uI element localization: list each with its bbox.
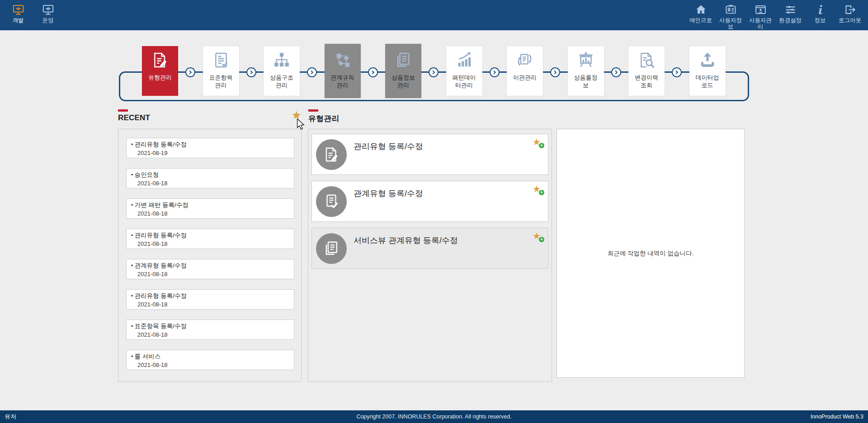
info-icon (814, 4, 826, 16)
recent-item[interactable]: 표준항목 등록/수정2021-08-18 (126, 320, 294, 340)
doc-edit-icon (323, 146, 340, 163)
type-mgmt-title-text: 유형관리 (308, 114, 340, 123)
card-title: 관계유형 등록/수정 (354, 188, 423, 199)
nav-label: 개발 (13, 17, 24, 24)
header-left-nav: 개발운영 (6, 4, 60, 24)
recent-item-title: 표준항목 등록/수정 (131, 322, 289, 331)
recent-item-title: 관리유형 등록/수정 (131, 140, 289, 149)
workflow-step-migration-mgmt[interactable]: 이관관리 (507, 46, 543, 96)
step-label: 패턴데이 터관리 (453, 74, 476, 89)
step-arrow-icon (246, 67, 256, 77)
workflow-step-product-structure-mgmt[interactable]: 상품구조 관리 (264, 46, 300, 96)
workflow-step-standard-item-mgmt[interactable]: 표준항목 관리 (203, 46, 239, 96)
recent-work-panel: 최근에 작업한 내역이 없습니다. (557, 129, 745, 378)
footer-bar: 유저 Copyright 2007. INNORULES Corporation… (0, 410, 868, 423)
nav-logout[interactable]: 로그아웃 (838, 4, 862, 30)
nav-home[interactable]: 메인으로 (689, 4, 712, 30)
step-arrow-icon (490, 67, 500, 77)
recent-item-title: 관계유형 등록/수정 (131, 261, 289, 270)
nav-label: 로그아웃 (839, 17, 861, 24)
recent-item[interactable]: 룰 서비스2021-08-18 (126, 350, 294, 370)
nav-settings[interactable]: 환경설정 (778, 4, 802, 30)
nav-label: 사용자관 리 (749, 17, 772, 30)
nav-info[interactable]: 정보 (808, 4, 832, 30)
nav-label: 메인으로 (689, 17, 712, 24)
step-label: 이관관리 (513, 74, 537, 82)
recent-item[interactable]: 가변 패턴 등록/수정2021-08-18 (126, 198, 294, 219)
recent-item-title: 관리유형 등록/수정 (131, 231, 289, 240)
card-icon-circle (316, 139, 347, 170)
recent-item[interactable]: 관리유형 등록/수정2021-08-19 (126, 138, 294, 158)
recent-panel: 관리유형 등록/수정2021-08-19승인요청2021-08-18가변 패턴 … (118, 129, 302, 382)
step-label: 유형관리 (148, 74, 172, 82)
recent-item[interactable]: 관리유형 등록/수정2021-08-18 (126, 289, 294, 310)
recent-section-title: RECENT (118, 109, 150, 122)
type-mgmt-section-title: 유형관리 (308, 109, 340, 124)
recent-item[interactable]: 승인요청2021-08-18 (126, 168, 294, 188)
recent-item-title: 관리유형 등록/수정 (131, 291, 289, 301)
home-icon (695, 4, 707, 16)
monitor-icon (42, 4, 54, 16)
id-card-icon (725, 4, 737, 16)
card-title: 서비스뷰 관계유형 등록/수정 (354, 235, 458, 246)
doc-search-icon (637, 46, 656, 74)
card-title: 관리유형 등록/수정 (354, 141, 423, 152)
recent-item-title: 가변 패턴 등록/수정 (131, 201, 289, 210)
step-label: 표준항목 관리 (209, 74, 233, 89)
transfer-icon (516, 46, 534, 74)
add-favorite-icon[interactable]: ★+ (533, 137, 543, 148)
recent-item-date: 2021-08-18 (131, 240, 289, 248)
recent-item-title: 승인요청 (131, 170, 289, 179)
workflow-step-product-info-mgmt[interactable]: 상품정보 관리 (385, 44, 421, 98)
menu-panel: 관리유형 등록/수정★+관계유형 등록/수정★+서비스뷰 관계유형 등록/수정★… (308, 129, 552, 382)
recent-title-text: RECENT (118, 113, 150, 122)
card-serviceview-relation-type-edit[interactable]: 서비스뷰 관계유형 등록/수정★+ (311, 228, 548, 269)
workflow-step-pattern-data-mgmt[interactable]: 패턴데이 터관리 (446, 46, 482, 96)
step-arrow-icon (611, 67, 621, 77)
workflow-step-relation-rule-mgmt[interactable]: 관계규칙 관리 (325, 44, 361, 98)
nav-label: 환경설정 (779, 17, 802, 24)
step-label: 변경이력 조회 (635, 74, 658, 89)
nav-dev[interactable]: 개발 (6, 4, 30, 24)
workflow-step-data-upload[interactable]: 데이터업 로드 (689, 46, 726, 96)
recent-item-date: 2021-08-18 (131, 361, 289, 369)
doc-stack-icon (394, 46, 412, 74)
workflow-step-product-rule-info[interactable]: 상품룰정 보 (568, 46, 604, 96)
mouse-cursor (295, 118, 307, 130)
nav-user-mgmt[interactable]: 사용자관 리 (749, 4, 772, 30)
add-favorite-icon[interactable]: ★+ (533, 231, 543, 242)
step-label: 관계규칙 관리 (331, 74, 354, 89)
empty-message: 최근에 작업한 내역이 없습니다. (608, 249, 694, 258)
header-right-nav: 메인으로사용자정 보사용자관 리환경설정정보로그아웃 (689, 4, 862, 30)
card-mgmt-type-edit[interactable]: 관리유형 등록/수정★+ (311, 134, 548, 175)
recent-item[interactable]: 관리유형 등록/수정2021-08-18 (126, 229, 294, 249)
nav-label: 사용자정 보 (719, 17, 742, 30)
footer-copyright: Copyright 2007. INNORULES Corporation. A… (0, 414, 868, 420)
recent-item[interactable]: 관계유형 등록/수정2021-08-18 (126, 259, 294, 279)
logout-icon (844, 4, 856, 16)
add-favorite-icon[interactable]: ★+ (533, 184, 543, 195)
upload-icon (698, 46, 717, 74)
footer-user: 유저 (5, 413, 16, 421)
recent-item-date: 2021-08-18 (131, 331, 289, 339)
card-icon-circle (316, 186, 347, 217)
step-label: 상품룰정 보 (574, 74, 598, 89)
card-icon-circle (316, 233, 347, 264)
nav-label: 운영 (42, 17, 54, 24)
step-arrow-icon (368, 67, 378, 77)
recent-item-date: 2021-08-19 (131, 149, 289, 157)
doc-stack-icon (323, 240, 340, 257)
card-relation-type-edit[interactable]: 관계유형 등록/수정★+ (311, 181, 548, 222)
sliders-icon (784, 4, 797, 16)
nav-user-info[interactable]: 사용자정 보 (719, 4, 742, 30)
nav-ops[interactable]: 운영 (36, 4, 60, 24)
org-tree-icon (273, 46, 291, 74)
workflow-step-change-history[interactable]: 변경이력 조회 (628, 46, 665, 96)
user-badge-icon (755, 4, 767, 16)
step-label: 데이터업 로드 (696, 74, 719, 89)
recent-item-date: 2021-08-18 (131, 210, 289, 218)
recent-item-date: 2021-08-18 (131, 270, 289, 278)
kiosk-chart-icon (577, 46, 595, 74)
workflow-step-type-mgmt[interactable]: 유형관리 (142, 46, 178, 96)
recent-item-title: 룰 서비스 (131, 352, 289, 361)
